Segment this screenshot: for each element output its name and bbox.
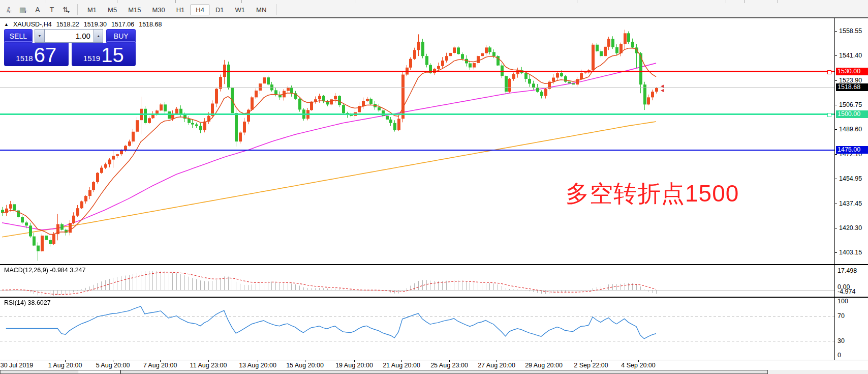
price-axis-tick [835,31,837,32]
window-top-tick [778,0,778,3]
price-axis-label: 1403.15 [839,249,862,256]
current-price-line[interactable] [0,88,834,88]
window-top-tick [117,0,117,3]
timeframe-button-m5[interactable]: M5 [103,5,122,15]
indicator-axis-label: 100 [838,298,848,305]
date-label: 19 Aug 20:00 [335,362,373,369]
window-top-tick [577,0,577,3]
price-axis-label: 1523.90 [839,77,862,84]
timeframe-button-d1[interactable]: D1 [210,5,229,15]
pivot-line-1500-handle[interactable] [827,113,831,117]
price-level-badge: 1530.00 [836,68,868,75]
arrows-tool-dropdown-icon[interactable]: ⇅▾ [59,4,73,15]
price-axis-tick [835,105,837,105]
timeframe-buttons-group: M1M5M15M30H1H4D1W1MN [82,5,272,15]
price-axis-tick [835,252,837,253]
date-label: 15 Aug 20:00 [286,362,324,369]
date-label: 5 Aug 20:00 [96,362,130,369]
window-top-tick [744,0,745,3]
text-label-tool-icon[interactable]: A [30,4,45,15]
indicator-axis-label: 0 [838,352,841,359]
date-label: 21 Aug 20:00 [383,362,420,369]
price-axis-label: 1541.40 [839,52,862,59]
date-label: 7 Aug 20:00 [143,362,177,369]
date-label: 27 Aug 20:00 [478,362,515,369]
price-axis-label: 1506.75 [839,101,862,108]
date-label: 1 Aug 20:00 [48,362,82,369]
price-level-badge: 1518.68 [836,83,868,91]
date-label: 25 Aug 23:00 [430,362,468,369]
toolbar-separator [276,4,276,15]
price-axis-tick [835,179,837,179]
rsi-indicator-canvas[interactable] [0,298,834,360]
toolbar: ⫽E▦FAT⇅▾ M1M5M15M30H1H4D1W1MN [0,0,868,17]
window-top-tick [46,0,46,3]
window-top-tick [726,0,726,3]
timeframe-button-h4[interactable]: H4 [191,5,209,15]
timeframe-button-m15[interactable]: M15 [123,5,146,15]
support-line-1475[interactable] [0,150,834,151]
date-label: 29 Aug 20:00 [525,362,563,369]
window-top-tick [241,0,242,3]
price-axis-label: 1437.45 [839,200,862,207]
indicator-axis-label: -4.974 [838,288,855,295]
indicator-axis-label: 30 [838,337,845,344]
main-chart-canvas[interactable] [0,18,834,264]
price-axis-label: 1454.95 [839,175,862,182]
drawing-tools-group: ⫽E▦FAT⇅▾ [2,4,73,15]
macd-label: MACD(12,26,9) -0.984 3.247 [4,267,86,274]
price-axis-tick [835,55,837,56]
price-axis-tick [835,154,837,155]
chart-text-annotation[interactable]: 多空转折点1500 [566,178,739,210]
timeframe-button-m30[interactable]: M30 [147,5,170,15]
date-label: 2 Sep 22:00 [574,362,608,369]
textbox-tool-icon[interactable]: T [45,4,59,15]
elliott-wave-tool-icon[interactable]: ⫽E [2,4,16,15]
price-axis-tick [835,204,837,204]
fibonacci-grid-tool-icon[interactable]: ▦F [16,4,30,15]
toolbar-separator [77,4,78,15]
rsi-label: RSI(14) 38.6027 [4,299,51,306]
scrollbar-segment[interactable] [78,370,120,374]
pane-separator[interactable] [0,297,868,298]
price-axis-border [834,18,835,360]
pivot-line-1500[interactable] [0,113,834,115]
macd-indicator-canvas[interactable] [0,265,834,297]
date-label: 30 Jul 2019 [1,362,34,369]
resistance-line-1530[interactable] [0,71,834,72]
window-top-tick [175,0,176,3]
bottom-scrollbar[interactable] [0,370,868,374]
price-level-badge: 1500.00 [836,110,868,118]
indicator-axis-label: 17.498 [838,267,857,274]
date-label: 13 Aug 20:00 [239,362,276,369]
price-axis-tick [835,80,837,81]
price-level-badge: 1475.00 [836,146,868,154]
pane-separator [0,360,868,360]
price-axis-label: 1558.55 [839,27,862,35]
indicator-axis-label: 70 [838,312,845,320]
price-axis-label: 1489.60 [839,126,862,133]
price-axis-tick [835,129,837,130]
date-label: 11 Aug 23:00 [190,362,227,369]
timeframe-button-h1[interactable]: H1 [171,5,190,15]
window-top-ticks [0,0,868,3]
window-top-tick [356,0,356,3]
timeframe-button-mn[interactable]: MN [251,5,271,15]
price-axis-tick [835,228,837,228]
timeframe-button-w1[interactable]: W1 [230,5,251,15]
pane-separator[interactable] [0,264,868,265]
scrollbar-segment[interactable] [0,370,78,374]
resistance-line-1530-handle[interactable] [827,70,831,74]
timeframe-button-m1[interactable]: M1 [82,5,102,15]
scrollbar-segment[interactable] [120,370,768,374]
price-axis-label: 1420.30 [839,224,862,232]
date-label: 4 Sep 20:00 [621,362,655,369]
